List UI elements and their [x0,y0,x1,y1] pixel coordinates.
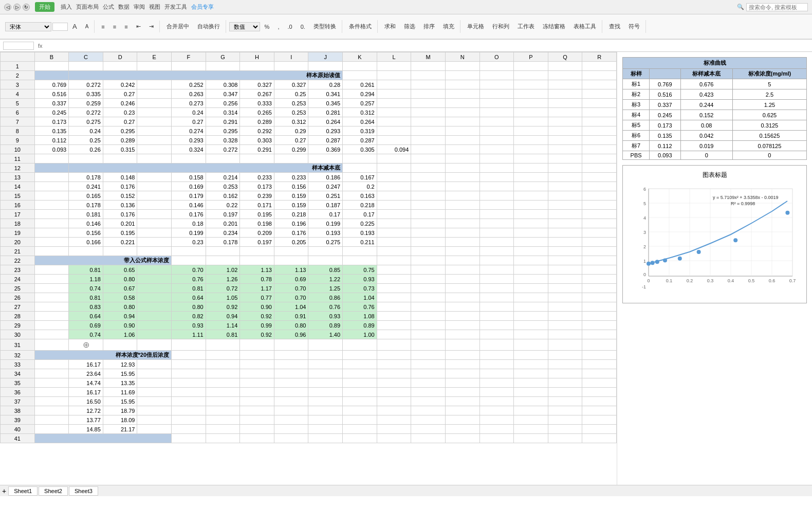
font-select[interactable]: 宋体 [5,22,51,31]
font-size-decrease[interactable]: A [82,22,93,31]
ribbon-tab-dev[interactable]: 开发工具 [164,3,187,11]
table-row: 19 0.1560.195 0.1990.234 0.2090.1760.193… [1,228,617,238]
start-button[interactable]: 开始 [35,2,54,12]
font-size-input[interactable]: 11 [52,23,68,31]
row-num: 10 [1,145,35,154]
row-num: 26 [1,293,35,302]
ribbon-tab-view[interactable]: 视图 [149,3,160,11]
row-col-btn[interactable]: 行和列 [489,21,513,32]
align-center[interactable]: ≡ [109,22,120,31]
col-K[interactable]: K [343,52,377,62]
percent-btn[interactable]: % [261,22,273,31]
ribbon-tab-layout[interactable]: 页面布局 [76,3,99,11]
auto-wrap-btn[interactable]: 自动换行 [194,21,224,32]
sheet-btn[interactable]: 工作表 [514,21,538,32]
svg-text:0.6: 0.6 [769,278,776,283]
indent-right[interactable]: ⇥ [145,22,157,31]
col-P[interactable]: P [514,52,548,62]
row-num: 27 [1,302,35,312]
col-L[interactable]: L [377,52,411,62]
chart-container: 图表标题 [622,165,807,303]
col-D[interactable]: D [103,52,137,62]
ribbon-tab-review[interactable]: 审阅 [134,3,145,11]
svg-text:0.7: 0.7 [789,278,796,283]
sheet-tab-1[interactable]: Sheet1 [8,486,38,496]
table-row: 36 16.1711.69 [1,388,617,397]
search-input[interactable] [746,3,808,11]
chart-svg: 6 5 4 3 2 1 0 -1 0 0.1 0.2 0.3 0.4 0.5 0… [628,184,803,297]
col-J[interactable]: J [308,52,343,62]
freeze-btn[interactable]: 冻结窗格 [539,21,569,32]
svg-point-36 [678,257,682,261]
sort-btn[interactable]: 排序 [420,21,438,32]
indent-left[interactable]: ⇤ [133,22,144,31]
window-controls[interactable]: ◁ ▷ ↻ [4,4,30,11]
col-H[interactable]: H [240,52,274,62]
row-num: 6 [1,108,35,117]
table-row: 2 样本原始读值 [1,71,617,80]
find-group: 查找 符号 [603,20,646,33]
forward-btn[interactable]: ▷ [13,4,21,11]
ribbon-tab-insert[interactable]: 插入 [61,3,72,11]
table-row: 7 0.1730.2750.27 0.270.291 0.2890.3120.2… [1,117,617,126]
row-num: 31 [1,339,35,351]
find-btn[interactable]: 查找 [605,21,624,32]
sheet-tab-2[interactable]: Sheet2 [39,486,68,496]
formula-input[interactable]: =5.7109*C22*C22+3.5358*C22-0.0019 [45,43,809,49]
col-E[interactable]: E [137,52,172,62]
table-row: 28 0.640.94 0.820.94 0.920.910.93 1.08 [1,312,617,321]
table-tool-btn[interactable]: 表格工具 [570,21,600,32]
insert-cell-btn[interactable]: 单元格 [464,21,488,32]
refresh-btn[interactable]: ↻ [23,4,30,11]
svg-point-33 [651,261,655,265]
fill-btn[interactable]: 填充 [439,21,458,32]
col-C[interactable]: C [69,52,103,62]
type-convert-btn[interactable]: 类型转换 [310,21,340,32]
std-col-reading [650,69,680,79]
section-title-final: 样本浓度*20倍后浓度 [34,351,171,360]
col-N[interactable]: N [445,52,479,62]
back-btn[interactable]: ◁ [4,4,11,11]
cell-reference-input[interactable]: J2 [3,42,34,50]
row-num: 21 [1,247,35,256]
font-size-increase[interactable]: A [69,21,81,32]
std-col-sample: 标样 [623,69,650,79]
conditional-format-btn[interactable]: 条件格式 [345,21,375,32]
decimal-inc-btn[interactable]: .0 [284,22,296,31]
merge-center-btn[interactable]: 合并居中 [163,21,193,32]
sheet-tab-3[interactable]: Sheet3 [69,486,98,496]
std-table-row: 标60.1350.0420.15625 [623,131,807,141]
align-right[interactable]: ≡ [121,22,131,31]
spreadsheet[interactable]: B C D E F G H I J K L M N O P Q R [0,52,617,485]
filter-btn[interactable]: 筛选 [400,21,419,32]
number-format-select[interactable]: 数值 [229,22,260,31]
symbol-btn[interactable]: 符号 [625,21,643,32]
thousand-btn[interactable]: , [274,22,283,31]
ribbon-tab-formula[interactable]: 公式 [103,3,114,11]
col-F[interactable]: F [172,52,206,62]
std-col-subtracted: 标样减本底 [680,69,732,79]
table-row: 27 0.830.80 0.800.92 0.901.040.76 0.76 [1,302,617,312]
sum-btn[interactable]: 求和 [381,21,399,32]
row-num: 40 [1,425,35,434]
col-I[interactable]: I [274,52,308,62]
std-table-row: 标10.7690.6765 [623,79,807,89]
col-G[interactable]: G [206,52,240,62]
align-left[interactable]: ≡ [98,22,108,31]
decimal-dec-btn[interactable]: 0. [297,22,309,31]
table-row: 38 12.7218.79 [1,406,617,415]
table-row: 5 0.3370.2590.246 0.2730.256 0.3330.2530… [1,99,617,108]
col-O[interactable]: O [479,52,514,62]
col-B[interactable]: B [34,52,69,62]
col-M[interactable]: M [411,52,446,62]
row-num: 13 [1,173,35,182]
col-Q[interactable]: Q [548,52,582,62]
search-icon: 🔍 [737,4,744,10]
add-sheet-btn[interactable]: + [2,487,6,495]
std-table-row: 标30.3370.2441.25 [623,100,807,110]
table-row: 25 0.740.67 0.810.72 1.170.701.25 0.73 [1,284,617,293]
ribbon-tab-member[interactable]: 会员专享 [191,3,214,11]
ribbon-tab-data[interactable]: 数据 [118,3,130,11]
table-row: 4 0.5160.3350.27 0.2630.347 0.2670.250.3… [1,89,617,99]
col-R[interactable]: R [582,52,617,62]
